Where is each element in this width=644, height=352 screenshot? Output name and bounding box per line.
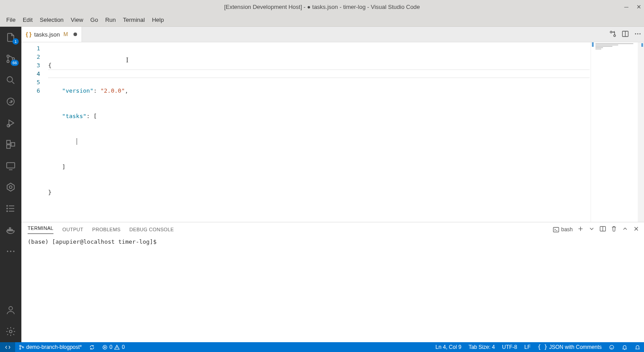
activity-list-icon[interactable]	[0, 198, 21, 219]
tab-dirty-dot-icon[interactable]	[73, 33, 77, 36]
status-notifications-icon[interactable]	[618, 342, 631, 352]
terminal[interactable]: (base) [apupier@localhost timer-log]$	[21, 237, 644, 342]
svg-rect-7	[7, 145, 10, 148]
window-minimize-icon[interactable]: ─	[624, 4, 628, 10]
status-cursor-position[interactable]: Ln 4, Col 9	[432, 342, 465, 352]
code-token: "version"	[62, 87, 93, 94]
editor-tab-tasks-json[interactable]: { } tasks.json M	[21, 27, 82, 42]
tab-filename: tasks.json	[34, 31, 60, 38]
svg-rect-9	[7, 163, 15, 168]
minimap[interactable]	[591, 42, 644, 222]
line-number-current: 4	[21, 70, 40, 78]
code-token: {	[48, 62, 52, 69]
svg-point-21	[13, 251, 15, 252]
svg-point-19	[7, 251, 8, 252]
line-number: 5	[21, 78, 40, 86]
terminal-prompt-line: (base) [apupier@localhost timer-log]$	[28, 238, 157, 245]
editor-more-icon[interactable]	[634, 30, 641, 39]
code-token: [	[94, 113, 97, 119]
activity-overflow-icon[interactable]	[0, 241, 21, 262]
activity-remote-icon[interactable]	[0, 155, 21, 176]
line-number: 1	[21, 44, 40, 53]
svg-point-28	[637, 33, 639, 34]
terminal-dropdown-icon[interactable]	[588, 225, 595, 233]
json-braces-icon: { }	[538, 344, 547, 350]
bottom-panel: TERMINAL OUTPUT PROBLEMS DEBUG CONSOLE b…	[21, 222, 644, 342]
editor-compare-icon[interactable]	[609, 30, 616, 39]
activity-kubernetes-icon[interactable]	[0, 176, 21, 198]
panel-tab-problems[interactable]: PROBLEMS	[92, 227, 121, 232]
svg-point-25	[614, 35, 615, 37]
menubar: File Edit Selection View Go Run Terminal…	[0, 13, 644, 27]
svg-point-32	[20, 345, 21, 346]
status-feedback-icon[interactable]	[605, 342, 618, 352]
menu-file[interactable]: File	[3, 15, 19, 25]
activity-search-icon[interactable]	[0, 70, 21, 91]
svg-point-36	[610, 345, 614, 349]
terminal-shell-name: bash	[561, 226, 573, 233]
status-bell-icon[interactable]	[631, 342, 644, 352]
menu-terminal[interactable]: Terminal	[119, 15, 148, 25]
activity-extension-icon-1[interactable]	[0, 91, 21, 112]
panel-tabbar: TERMINAL OUTPUT PROBLEMS DEBUG CONSOLE b…	[21, 222, 644, 237]
menu-run[interactable]: Run	[102, 15, 119, 25]
menu-help[interactable]: Help	[148, 15, 167, 25]
editor-tabbar: { } tasks.json M	[21, 27, 644, 42]
code-editor[interactable]: 1 2 3 4 5 6 { "version": "2.0.0", "tasks…	[21, 42, 644, 222]
code-token	[48, 138, 76, 145]
status-branch[interactable]: demo-branch-blogpost*	[15, 342, 86, 352]
window-titlebar: [Extension Development Host] - ● tasks.j…	[0, 0, 644, 13]
status-eol[interactable]: LF	[521, 342, 534, 352]
terminal-profile-selector[interactable]: bash	[553, 226, 573, 233]
editor-split-icon[interactable]	[622, 30, 629, 39]
code-token: ]	[62, 164, 65, 170]
terminal-new-icon[interactable]	[577, 225, 584, 233]
panel-tab-debug-console[interactable]: DEBUG CONSOLE	[130, 227, 174, 232]
activity-extensions-icon[interactable]	[0, 134, 21, 155]
menu-selection[interactable]: Selection	[36, 15, 67, 25]
svg-point-12	[7, 205, 8, 206]
status-language-mode[interactable]: { } JSON with Comments	[534, 342, 605, 352]
code-token: "2.0.0"	[100, 87, 125, 94]
activity-settings-icon[interactable]	[0, 321, 21, 342]
svg-point-33	[20, 348, 21, 349]
status-language-label: JSON with Comments	[549, 344, 602, 350]
svg-rect-8	[11, 143, 15, 146]
code-token: "tasks"	[62, 113, 86, 119]
svg-point-20	[10, 251, 12, 252]
overview-ruler[interactable]	[638, 42, 644, 222]
status-errors-count: 0	[110, 344, 113, 350]
menu-edit[interactable]: Edit	[19, 15, 36, 25]
activity-explorer-icon[interactable]: 1	[0, 27, 21, 48]
menu-view[interactable]: View	[67, 15, 87, 25]
window-close-icon[interactable]: ✕	[636, 4, 641, 10]
code-token: }	[48, 189, 52, 196]
panel-maximize-icon[interactable]	[622, 225, 628, 233]
terminal-split-icon[interactable]	[599, 225, 606, 233]
code-content[interactable]: { "version": "2.0.0", "tasks": [ ] } I	[48, 42, 591, 222]
minimap-change-marker	[592, 42, 594, 47]
terminal-kill-icon[interactable]	[611, 225, 617, 233]
panel-tab-output[interactable]: OUTPUT	[62, 227, 83, 232]
status-sync-icon[interactable]	[86, 342, 98, 352]
svg-point-29	[640, 33, 641, 34]
activity-docker-icon[interactable]	[0, 219, 21, 241]
svg-point-3	[7, 77, 12, 82]
activity-scm-icon[interactable]: 66	[0, 48, 21, 70]
status-encoding[interactable]: UTF-8	[498, 342, 521, 352]
panel-close-icon[interactable]	[633, 225, 640, 233]
svg-rect-6	[7, 140, 10, 144]
status-tab-size[interactable]: Tab Size: 4	[465, 342, 498, 352]
window-title: [Extension Development Host] - ● tasks.j…	[224, 4, 420, 10]
activity-bar: 1 66	[0, 27, 21, 342]
svg-rect-30	[553, 227, 558, 232]
activity-account-icon[interactable]	[0, 299, 21, 321]
menu-go[interactable]: Go	[87, 15, 102, 25]
activity-debug-icon[interactable]	[0, 112, 21, 134]
svg-point-4	[7, 98, 14, 105]
status-problems[interactable]: 0 0	[98, 342, 128, 352]
svg-point-11	[9, 186, 12, 188]
svg-point-0	[7, 55, 9, 57]
panel-tab-terminal[interactable]: TERMINAL	[28, 225, 53, 234]
status-remote-icon[interactable]	[0, 342, 15, 352]
